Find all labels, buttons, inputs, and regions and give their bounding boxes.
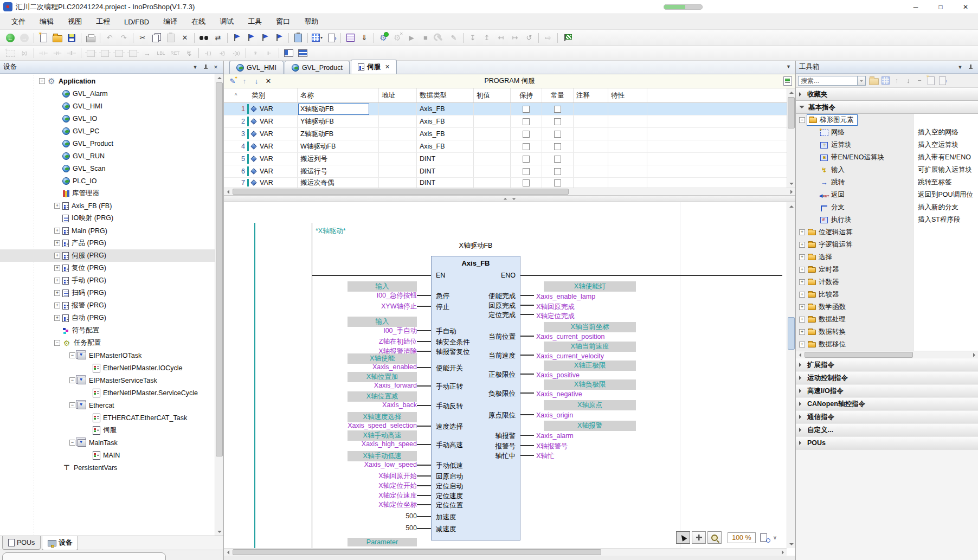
attributes-cell[interactable] bbox=[608, 140, 647, 152]
insert-contact-icon[interactable]: ⊣ ⊢ bbox=[37, 47, 50, 60]
find-icon[interactable] bbox=[197, 31, 210, 44]
devices-dropdown-icon[interactable]: ▼ bbox=[191, 63, 200, 72]
insert-label-icon[interactable]: LBL bbox=[155, 47, 168, 60]
menu-item-编译[interactable]: 编译 bbox=[156, 15, 184, 29]
table-corner-cell[interactable]: ^ bbox=[224, 88, 249, 102]
toolbox-folder-定时器[interactable]: +定时器 bbox=[796, 263, 978, 276]
input-operand[interactable]: Xaxis_low_speed bbox=[364, 461, 417, 468]
table-row[interactable]: 4VARW轴驱动FBAxis_FB bbox=[224, 140, 787, 153]
init-cell[interactable] bbox=[474, 165, 511, 177]
datatype-cell[interactable]: DINT bbox=[417, 178, 474, 188]
persistent-cell[interactable] bbox=[511, 153, 542, 165]
output-operand[interactable]: Xaxis_positive bbox=[536, 371, 580, 379]
tree-expander-icon[interactable]: + bbox=[54, 253, 60, 259]
tree-expander-icon[interactable]: + bbox=[54, 278, 60, 284]
input-operand[interactable]: 500 bbox=[406, 524, 417, 532]
output-operand[interactable]: Xaxis_current_velocity bbox=[536, 352, 604, 360]
tree-item-EIPMasterIOTask[interactable]: −EIPMasterIOTask bbox=[0, 349, 215, 362]
menu-item-LD/FBD[interactable]: LD/FBD bbox=[117, 16, 156, 28]
start-icon[interactable]: ▶ bbox=[405, 31, 418, 44]
toolbox-remove-icon[interactable]: − bbox=[914, 75, 925, 86]
insert-negated-coil-icon[interactable]: -(∕) bbox=[216, 47, 229, 60]
persistent-checkbox[interactable] bbox=[523, 118, 530, 125]
group-expander-icon[interactable]: − bbox=[799, 117, 805, 123]
persistent-cell[interactable] bbox=[511, 178, 542, 188]
collapse-all-icon[interactable]: ^ bbox=[235, 93, 237, 99]
comment-cell[interactable] bbox=[574, 153, 608, 165]
nav-back-icon[interactable]: ← bbox=[4, 31, 17, 44]
comment-cell[interactable] bbox=[574, 165, 608, 177]
insert-input-icon[interactable]: ↯ bbox=[183, 47, 196, 60]
input-operand[interactable]: Xaxis_back bbox=[382, 401, 417, 409]
tree-item-GVL_Alarm[interactable]: GVL_Alarm bbox=[0, 87, 215, 100]
toolbox-down-icon[interactable]: ↓ bbox=[903, 75, 913, 86]
name-cell[interactable]: X轴驱动FB bbox=[298, 103, 379, 115]
input-operand[interactable]: Xaxis_forward bbox=[374, 382, 417, 389]
constant-checkbox[interactable] bbox=[554, 156, 561, 163]
tab-overflow-icon[interactable]: ▼ bbox=[786, 64, 791, 69]
toolbox-folder-数据移位[interactable]: +数据移位 bbox=[796, 338, 978, 351]
input-operand[interactable]: X轴定位开始 bbox=[378, 481, 417, 491]
menu-item-帮助[interactable]: 帮助 bbox=[297, 15, 325, 29]
insert-comment-icon[interactable]: (x) bbox=[18, 47, 31, 60]
input-operand[interactable]: Xaxis_speed_selection bbox=[348, 422, 417, 429]
toolbox-section-高速I/O指令[interactable]: 高速I/O指令 bbox=[796, 384, 978, 397]
doc-tab-GVL_HMI[interactable]: GVL_HMI bbox=[229, 61, 284, 74]
attributes-cell[interactable] bbox=[608, 103, 647, 115]
tree-expander-icon[interactable]: − bbox=[39, 78, 45, 84]
toolbox-folder-数据处理[interactable]: +数据处理 bbox=[796, 313, 978, 326]
branch-tool-icon[interactable]: ⊩ bbox=[263, 47, 276, 60]
toolbox-folder-比较器[interactable]: +比较器 bbox=[796, 288, 978, 301]
menu-item-窗口[interactable]: 窗口 bbox=[269, 15, 297, 29]
tree-item-Application[interactable]: −Application bbox=[0, 75, 215, 87]
folder-expander-icon[interactable]: + bbox=[799, 317, 805, 323]
input-operand[interactable]: I00_手自动 bbox=[383, 326, 417, 336]
devices-pin-icon[interactable] bbox=[201, 63, 210, 72]
fit-page-icon[interactable] bbox=[757, 532, 770, 543]
scrollbar-thumb[interactable] bbox=[233, 189, 569, 195]
tree-expander-icon[interactable]: − bbox=[69, 440, 75, 446]
edit-online-icon[interactable]: ✎ bbox=[447, 31, 460, 44]
ladder-hscrollbar[interactable] bbox=[224, 548, 787, 556]
toolbox-section-运动控制指令[interactable]: 运动控制指令 bbox=[796, 371, 978, 384]
tree-expander-icon[interactable]: − bbox=[54, 340, 60, 346]
input-operand[interactable]: X轴定位速度 bbox=[378, 491, 417, 500]
table-row[interactable]: 1VARX轴驱动FBAxis_FB bbox=[224, 103, 787, 115]
menu-item-编辑[interactable]: 编辑 bbox=[33, 15, 61, 29]
toolbox-item-执行块[interactable]: 执行块插入ST程序段 bbox=[796, 214, 978, 226]
insert-fb-icon[interactable] bbox=[126, 47, 139, 60]
tree-expander-icon[interactable]: + bbox=[54, 315, 60, 321]
tree-item-GVL_RUN[interactable]: GVL_RUN bbox=[0, 150, 215, 162]
zoom-level[interactable]: 100 % bbox=[728, 532, 755, 543]
declaration-view-icon[interactable] bbox=[783, 76, 792, 86]
insert-block-en-icon[interactable] bbox=[112, 47, 125, 60]
block-instance-label[interactable]: X轴驱动FB bbox=[431, 241, 520, 250]
init-cell[interactable] bbox=[474, 140, 511, 152]
address-cell[interactable] bbox=[379, 165, 417, 177]
address-cell[interactable] bbox=[379, 153, 417, 165]
open-project-icon[interactable] bbox=[51, 31, 64, 44]
input-operand[interactable]: X轴回原开始 bbox=[378, 472, 417, 481]
toolbox-item-跳转[interactable]: 跳转跳转至标签 bbox=[796, 176, 978, 189]
scroll-down-icon[interactable] bbox=[787, 179, 795, 188]
tree-item-Axis_FB (FB)[interactable]: +Axis_FB (FB) bbox=[0, 199, 215, 212]
splitter-down-icon[interactable] bbox=[512, 198, 516, 201]
folder-expander-icon[interactable]: + bbox=[799, 242, 805, 248]
name-cell[interactable]: W轴驱动FB bbox=[298, 140, 379, 152]
menu-item-在线[interactable]: 在线 bbox=[184, 15, 213, 29]
magic-wand-icon[interactable]: ✳ bbox=[249, 47, 262, 60]
datatype-cell[interactable]: Axis_FB bbox=[417, 103, 474, 115]
close-button[interactable]: ✕ bbox=[953, 0, 978, 14]
download-icon[interactable]: ⇓ bbox=[358, 31, 371, 44]
scope-cell[interactable]: VAR bbox=[249, 128, 298, 140]
tree-item-PersistentVars[interactable]: PersistentVars bbox=[0, 461, 215, 474]
table-hscrollbar[interactable] bbox=[224, 188, 795, 195]
toolbox-section-基本指令[interactable]: 基本指令 bbox=[796, 101, 978, 114]
tree-item-EIPMasterServiceTask[interactable]: −EIPMasterServiceTask bbox=[0, 374, 215, 387]
scope-cell[interactable]: VAR bbox=[249, 165, 298, 177]
bookmark-prev-icon[interactable] bbox=[259, 31, 272, 44]
folder-expander-icon[interactable]: + bbox=[799, 292, 805, 298]
tree-expander-icon[interactable]: − bbox=[69, 377, 75, 383]
menu-item-文件[interactable]: 文件 bbox=[4, 15, 33, 29]
init-cell[interactable] bbox=[474, 115, 511, 127]
